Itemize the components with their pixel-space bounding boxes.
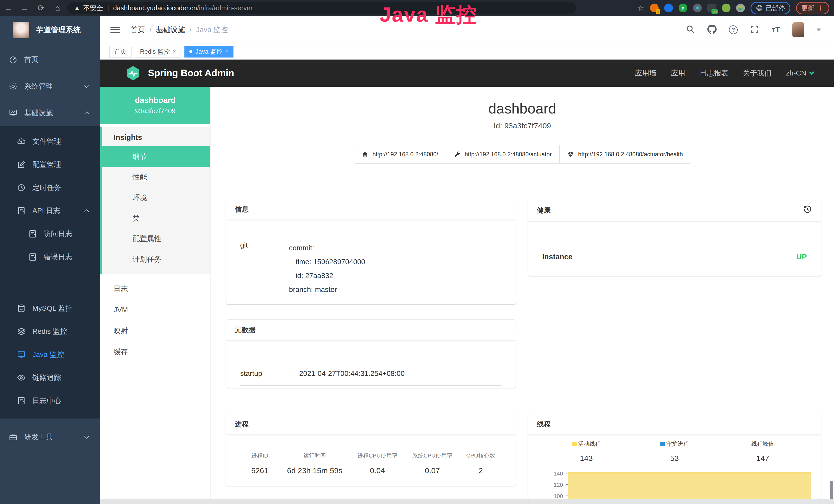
legend-live-label: 活动线程 bbox=[578, 440, 601, 448]
extensions-puzzle-icon[interactable]: 🧩 bbox=[736, 4, 745, 12]
submenu-spacer bbox=[0, 269, 100, 297]
chevron-down-icon bbox=[809, 70, 814, 75]
sba-nav-about[interactable]: 关于我们 bbox=[743, 68, 772, 78]
close-icon[interactable]: × bbox=[173, 48, 176, 54]
sba-brand-name: Spring Boot Admin bbox=[148, 68, 234, 78]
chevron-up-icon bbox=[84, 209, 89, 214]
sidebar-item-file-management[interactable]: 文件管理 bbox=[0, 130, 100, 153]
sidebar-item-api-logs[interactable]: API 日志 bbox=[0, 199, 100, 222]
app-header: 首页 / 基础设施 / Java 监控 ? тT bbox=[100, 16, 834, 44]
sidebar-item-config-management[interactable]: 配置管理 bbox=[0, 153, 100, 176]
forward-icon[interactable]: → bbox=[17, 0, 33, 16]
sba-instance-header[interactable]: dashboard 93a3fc7f7409 bbox=[100, 87, 211, 124]
app-logo-row[interactable]: 芋道管理系统 bbox=[0, 16, 100, 44]
scrollbar-thumb[interactable] bbox=[830, 481, 833, 499]
sidebar-item-tracing[interactable]: 链路追踪 bbox=[0, 366, 100, 389]
font-size-icon[interactable]: тT bbox=[772, 25, 780, 34]
extension-switch-icon[interactable]: on bbox=[707, 4, 716, 12]
sba-menu-config-props[interactable]: 配置属性 bbox=[102, 229, 211, 249]
sba-nav-wallboard[interactable]: 应用墙 bbox=[635, 68, 657, 78]
fullscreen-icon[interactable] bbox=[750, 25, 759, 35]
extension-grid-icon[interactable] bbox=[693, 4, 702, 12]
avatar-caret-icon[interactable] bbox=[816, 28, 821, 31]
sba-menu-logs[interactable]: 日志 bbox=[100, 278, 211, 299]
back-icon[interactable]: ← bbox=[0, 0, 17, 16]
sba-brand[interactable]: Spring Boot Admin bbox=[125, 65, 234, 82]
actuator-url-button[interactable]: http://192.168.0.2:48080/actuator bbox=[446, 145, 560, 164]
process-value-cores: 2 bbox=[460, 466, 502, 475]
insights-section-title: Insights bbox=[102, 127, 211, 146]
service-url-button[interactable]: http://192.168.0.2:48080/ bbox=[354, 145, 446, 164]
ytick-120: 120 bbox=[543, 482, 563, 488]
sidebar-item-java-monitor[interactable]: Java 监控 bbox=[0, 343, 100, 366]
address-bar[interactable]: ▲ 不安全 | dashboard.yudao.iocoder.cn /infr… bbox=[67, 2, 576, 14]
threads-chart: 140 120 100 bbox=[543, 470, 812, 499]
process-header-cores: CPU核心数 bbox=[460, 452, 502, 460]
sidebar-item-dev-tools[interactable]: 研发工具 bbox=[0, 423, 100, 450]
process-card: 进程 进程ID5261 运行时间6d 23h 15m 59s 进程CPU使用率0… bbox=[226, 414, 516, 486]
github-icon[interactable] bbox=[707, 25, 717, 35]
sba-nav-journal[interactable]: 日志报表 bbox=[700, 68, 728, 78]
sidebar-item-mysql-monitor[interactable]: MySQL 监控 bbox=[0, 297, 100, 320]
sba-menu-scheduled-tasks[interactable]: 计划任务 bbox=[102, 249, 211, 270]
extension-leaf-icon[interactable] bbox=[722, 4, 730, 12]
reload-icon[interactable]: ⟳ bbox=[33, 0, 49, 16]
sba-locale-select[interactable]: zh-CN bbox=[786, 69, 813, 77]
legend-daemon-label: 守护进程 bbox=[666, 440, 689, 448]
breadcrumb: 首页 / 基础设施 / Java 监控 bbox=[130, 25, 228, 35]
paused-badge[interactable]: 😄 已暂停 bbox=[750, 2, 790, 15]
hamburger-icon[interactable] bbox=[110, 25, 120, 35]
process-value-uptime: 6d 23h 15m 59s bbox=[280, 466, 350, 475]
sba-menu-environment[interactable]: 环境 bbox=[102, 187, 211, 208]
tab-home[interactable]: 首页 bbox=[109, 46, 132, 58]
sidebar-item-scheduled-tasks[interactable]: 定时任务 bbox=[0, 176, 100, 199]
legend-daemon-value: 53 bbox=[630, 454, 719, 463]
active-dot-icon bbox=[189, 50, 192, 53]
sba-menu-metrics[interactable]: 性能 bbox=[102, 167, 211, 187]
sba-menu-jvm[interactable]: JVM bbox=[100, 299, 211, 320]
home-icon[interactable]: ⌂ bbox=[49, 0, 66, 16]
sba-menu-mappings[interactable]: 映射 bbox=[100, 320, 211, 342]
health-instance-row[interactable]: Instance UP bbox=[542, 253, 807, 269]
breadcrumb-java-monitor: Java 监控 bbox=[196, 25, 228, 35]
sba-logo-icon bbox=[125, 65, 141, 82]
git-value: commit: time: 1596289704000 id: 27aa832 … bbox=[289, 241, 365, 297]
user-avatar[interactable] bbox=[792, 22, 804, 37]
process-table: 进程ID5261 运行时间6d 23h 15m 59s 进程CPU使用率0.04… bbox=[240, 452, 502, 475]
sidebar-item-access-logs[interactable]: 访问日志 bbox=[0, 222, 100, 246]
extension-pin-icon[interactable] bbox=[664, 4, 673, 12]
tab-redis-monitor[interactable]: Redis 监控 × bbox=[135, 46, 181, 58]
sidebar-item-log-center[interactable]: 日志中心 bbox=[0, 389, 100, 412]
url-host: dashboard.yudao.iocoder.cn bbox=[113, 4, 197, 12]
bookmark-star-icon[interactable]: ☆ bbox=[637, 4, 644, 13]
process-header-proc-cpu: 进程CPU使用率 bbox=[350, 452, 405, 460]
info-card-header: 信息 bbox=[226, 199, 516, 220]
search-icon[interactable] bbox=[686, 25, 695, 35]
update-button[interactable]: 更新 ⋮ bbox=[796, 2, 829, 15]
sidebar-item-home[interactable]: 首页 bbox=[0, 46, 100, 73]
browser-menu-icon[interactable]: ⋮ bbox=[817, 4, 824, 12]
sba-menu-details[interactable]: 细节 bbox=[100, 146, 211, 167]
tab-java-monitor[interactable]: Java 监控 × bbox=[184, 46, 234, 58]
heartbeat-icon bbox=[567, 151, 574, 158]
sidebar-item-system[interactable]: 系统管理 bbox=[0, 73, 100, 100]
close-icon[interactable]: × bbox=[225, 48, 228, 54]
breadcrumb-infrastructure[interactable]: 基础设施 bbox=[156, 25, 185, 35]
tags-view: 首页 Redis 监控 × Java 监控 × bbox=[100, 44, 834, 60]
sidebar-item-infrastructure[interactable]: 基础设施 bbox=[0, 100, 100, 126]
process-header-sys-cpu: 系统CPU使用率 bbox=[405, 452, 460, 460]
sba-menu-classes[interactable]: 类 bbox=[102, 208, 211, 229]
health-url-button[interactable]: http://192.168.0.2:48080/actuator/health bbox=[559, 145, 691, 164]
sidebar-item-redis-monitor[interactable]: Redis 监控 bbox=[0, 320, 100, 343]
help-icon[interactable]: ? bbox=[729, 25, 738, 34]
sidebar-item-error-logs[interactable]: 错误日志 bbox=[0, 246, 100, 269]
breadcrumb-home[interactable]: 首页 bbox=[130, 25, 145, 35]
instance-url-group: http://192.168.0.2:48080/ http://192.168… bbox=[211, 145, 834, 164]
process-header-uptime: 运行时间 bbox=[280, 452, 350, 460]
extension-orange-icon[interactable]: 1 bbox=[650, 4, 659, 12]
sba-nav-applications[interactable]: 应用 bbox=[671, 68, 685, 78]
extension-y-icon[interactable]: y bbox=[679, 4, 687, 12]
sba-menu-caches[interactable]: 缓存 bbox=[100, 342, 211, 363]
health-history-icon[interactable] bbox=[803, 205, 812, 216]
url-path: /infra/admin-server bbox=[197, 4, 253, 12]
